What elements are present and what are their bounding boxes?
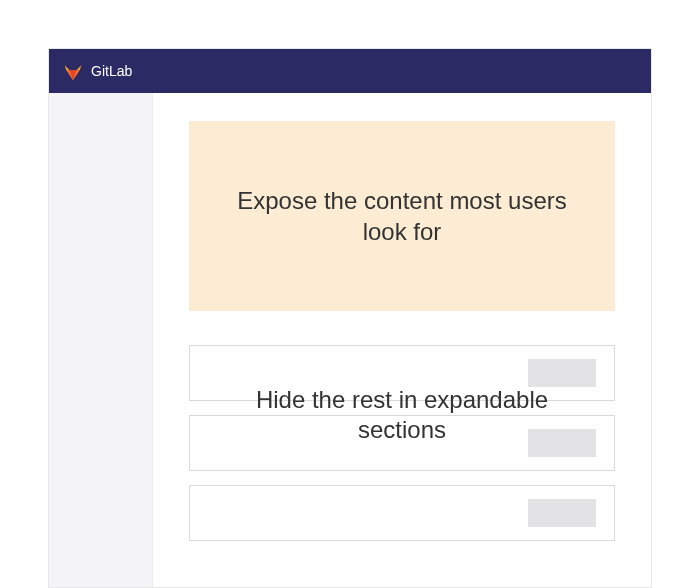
top-navbar: GitLab [49, 49, 651, 93]
expandable-section[interactable] [189, 415, 615, 471]
expandable-section[interactable] [189, 345, 615, 401]
expand-button[interactable] [528, 359, 596, 387]
expand-button[interactable] [528, 429, 596, 457]
sidebar [49, 93, 153, 587]
main-layout: Expose the content most users look for H… [49, 93, 651, 587]
app-window: GitLab Expose the content most users loo… [48, 48, 652, 588]
expandable-section[interactable] [189, 485, 615, 541]
hero-panel: Expose the content most users look for [189, 121, 615, 311]
expand-button[interactable] [528, 499, 596, 527]
brand-name: GitLab [91, 63, 132, 79]
gitlab-logo-icon [63, 61, 83, 81]
expandable-sections-group: Hide the rest in expandable sections [189, 345, 615, 541]
main-content: Expose the content most users look for H… [153, 93, 651, 587]
hero-annotation: Expose the content most users look for [229, 185, 575, 247]
